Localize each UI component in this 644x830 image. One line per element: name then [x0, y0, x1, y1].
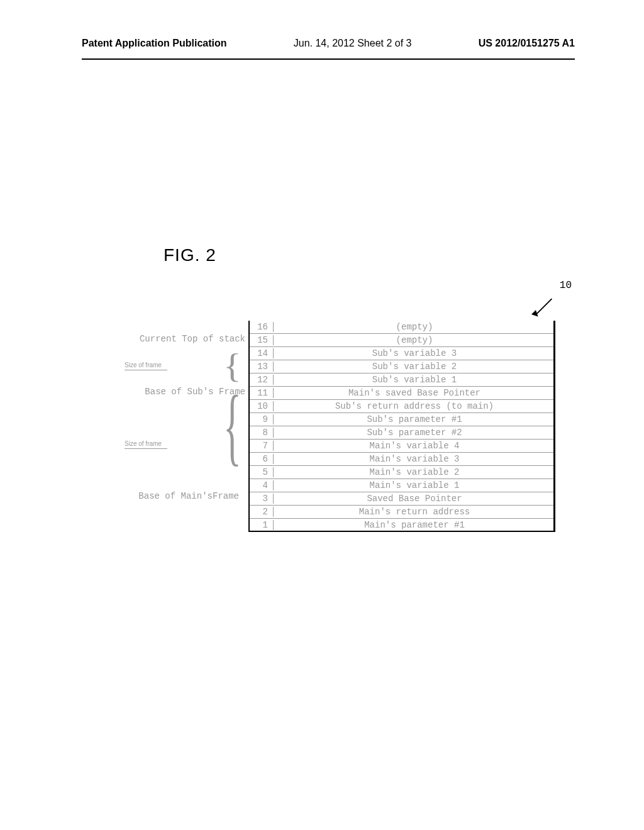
- label-base-main: Base of Main'sFrame: [97, 491, 239, 501]
- reference-number: 10: [560, 280, 572, 291]
- addr-cell: 10: [248, 401, 274, 411]
- label-size-frame-1: Size of frame: [125, 362, 162, 368]
- desc-cell: Main's variable 4: [274, 441, 555, 451]
- table-row: 5 Main's variable 2: [248, 466, 555, 479]
- addr-cell: 14: [248, 348, 274, 358]
- page-header: Patent Application Publication Jun. 14, …: [0, 0, 644, 55]
- addr-cell: 6: [248, 454, 274, 464]
- addr-cell: 13: [248, 362, 274, 372]
- table-row: 13 Sub's variable 2: [248, 360, 555, 374]
- table-row: 6 Main's variable 3: [248, 453, 555, 466]
- addr-cell: 4: [248, 480, 274, 490]
- table-row: 8 Sub's parameter #2: [248, 426, 555, 440]
- desc-cell: Sub's variable 2: [274, 362, 555, 372]
- desc-cell: Main's return address: [274, 507, 555, 517]
- desc-cell: (empty): [274, 322, 555, 332]
- label-top-of-stack: Current Top of stack: [104, 334, 245, 344]
- addr-cell: 3: [248, 494, 274, 504]
- table-row: 4 Main's variable 1: [248, 479, 555, 492]
- table-row: 16 (empty): [248, 321, 555, 334]
- desc-cell: Main's variable 2: [274, 467, 555, 477]
- table-row: 7 Main's variable 4: [248, 440, 555, 453]
- table-row: 9 Sub's parameter #1: [248, 413, 555, 426]
- addr-cell: 5: [248, 467, 274, 477]
- table-row: 12 Sub's variable 1: [248, 374, 555, 387]
- addr-cell: 1: [248, 520, 274, 530]
- table-row: 11 Main's saved Base Pointer: [248, 387, 555, 400]
- addr-cell: 9: [248, 414, 274, 424]
- header-divider: [82, 58, 575, 60]
- label-size-frame-2: Size of frame: [125, 440, 162, 447]
- addr-cell: 12: [248, 375, 274, 385]
- table-row: 14 Sub's variable 3: [248, 347, 555, 360]
- addr-cell: 2: [248, 507, 274, 517]
- table-row: 2 Main's return address: [248, 506, 555, 519]
- desc-cell: Main's parameter #1: [274, 520, 555, 530]
- table-right-border: [553, 321, 555, 532]
- stack-table: 16 (empty) 15 (empty) 14 Sub's variable …: [248, 321, 555, 532]
- desc-cell: Sub's return address (to main): [274, 401, 555, 411]
- addr-cell: 8: [248, 428, 274, 438]
- addr-cell: 16: [248, 322, 274, 332]
- table-row: 1 Main's parameter #1: [248, 519, 555, 532]
- table-left-border: [248, 321, 250, 532]
- table-row: 15 (empty): [248, 334, 555, 347]
- underline-1: [125, 370, 167, 370]
- desc-cell: Main's saved Base Pointer: [274, 388, 555, 398]
- desc-cell: Main's variable 1: [274, 480, 555, 490]
- header-patent-number: US 2012/0151275 A1: [479, 38, 575, 49]
- desc-cell: Sub's parameter #2: [274, 428, 555, 438]
- brace-icon-2: {: [223, 377, 242, 477]
- figure-label: FIG. 2: [164, 245, 216, 265]
- addr-cell: 7: [248, 441, 274, 451]
- header-date-sheet: Jun. 14, 2012 Sheet 2 of 3: [294, 38, 412, 49]
- reference-arrow-icon: [531, 296, 556, 321]
- addr-cell: 15: [248, 335, 274, 345]
- desc-cell: Saved Base Pointer: [274, 494, 555, 504]
- desc-cell: Main's variable 3: [274, 454, 555, 464]
- desc-cell: Sub's parameter #1: [274, 414, 555, 424]
- table-row: 10 Sub's return address (to main): [248, 400, 555, 413]
- underline-2: [125, 448, 167, 449]
- desc-cell: (empty): [274, 335, 555, 345]
- table-row: 3 Saved Base Pointer: [248, 492, 555, 506]
- desc-cell: Sub's variable 3: [274, 348, 555, 358]
- addr-cell: 11: [248, 388, 274, 398]
- header-publication: Patent Application Publication: [82, 38, 227, 49]
- desc-cell: Sub's variable 1: [274, 375, 555, 385]
